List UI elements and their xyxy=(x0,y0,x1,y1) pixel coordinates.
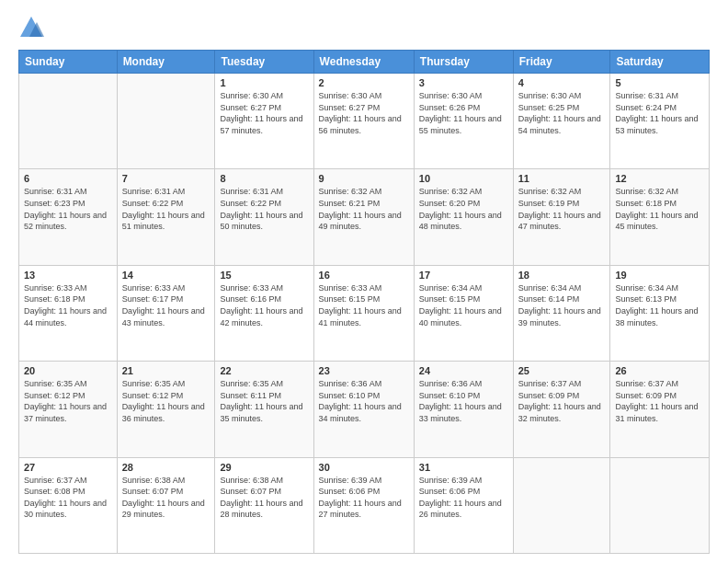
day-number: 27 xyxy=(24,462,112,473)
logo-icon xyxy=(18,15,44,40)
calendar-cell: 10Sunrise: 6:32 AMSunset: 6:20 PMDayligh… xyxy=(414,169,513,265)
day-number: 4 xyxy=(518,77,606,88)
calendar-cell: 22Sunrise: 6:35 AMSunset: 6:11 PMDayligh… xyxy=(215,362,313,457)
day-header-friday: Friday xyxy=(513,51,610,74)
calendar-cell: 5Sunrise: 6:31 AMSunset: 6:24 PMDaylight… xyxy=(610,74,710,169)
calendar-cell: 28Sunrise: 6:38 AMSunset: 6:07 PMDayligh… xyxy=(117,457,215,553)
day-info: Sunrise: 6:35 AMSunset: 6:11 PMDaylight:… xyxy=(220,378,308,424)
day-info: Sunrise: 6:36 AMSunset: 6:10 PMDaylight:… xyxy=(319,378,409,424)
day-number: 16 xyxy=(319,270,409,281)
calendar-cell: 25Sunrise: 6:37 AMSunset: 6:09 PMDayligh… xyxy=(513,362,610,457)
calendar-table: SundayMondayTuesdayWednesdayThursdayFrid… xyxy=(18,50,710,554)
day-number: 28 xyxy=(122,462,210,473)
day-info: Sunrise: 6:30 AMSunset: 6:25 PMDaylight:… xyxy=(518,90,606,136)
day-info: Sunrise: 6:37 AMSunset: 6:08 PMDaylight:… xyxy=(24,475,112,521)
calendar-cell: 6Sunrise: 6:31 AMSunset: 6:23 PMDaylight… xyxy=(19,169,118,265)
day-number: 24 xyxy=(419,365,508,376)
day-info: Sunrise: 6:34 AMSunset: 6:15 PMDaylight:… xyxy=(419,282,508,328)
day-number: 21 xyxy=(122,365,210,376)
day-info: Sunrise: 6:31 AMSunset: 6:22 PMDaylight:… xyxy=(220,186,308,232)
calendar-cell xyxy=(19,74,118,169)
day-info: Sunrise: 6:32 AMSunset: 6:21 PMDaylight:… xyxy=(319,186,409,232)
day-info: Sunrise: 6:35 AMSunset: 6:12 PMDaylight:… xyxy=(122,378,210,424)
calendar-cell: 26Sunrise: 6:37 AMSunset: 6:09 PMDayligh… xyxy=(610,362,710,457)
day-info: Sunrise: 6:33 AMSunset: 6:15 PMDaylight:… xyxy=(319,282,409,328)
calendar-week-4: 20Sunrise: 6:35 AMSunset: 6:12 PMDayligh… xyxy=(19,362,710,457)
day-number: 17 xyxy=(419,270,508,281)
calendar-cell: 27Sunrise: 6:37 AMSunset: 6:08 PMDayligh… xyxy=(19,457,118,553)
calendar-week-5: 27Sunrise: 6:37 AMSunset: 6:08 PMDayligh… xyxy=(19,457,710,553)
calendar-cell: 15Sunrise: 6:33 AMSunset: 6:16 PMDayligh… xyxy=(215,265,313,361)
calendar-cell: 19Sunrise: 6:34 AMSunset: 6:13 PMDayligh… xyxy=(610,265,710,361)
page: SundayMondayTuesdayWednesdayThursdayFrid… xyxy=(0,0,728,563)
calendar-cell: 1Sunrise: 6:30 AMSunset: 6:27 PMDaylight… xyxy=(215,74,313,169)
calendar-cell: 18Sunrise: 6:34 AMSunset: 6:14 PMDayligh… xyxy=(513,265,610,361)
day-info: Sunrise: 6:31 AMSunset: 6:23 PMDaylight:… xyxy=(24,186,112,232)
day-header-sunday: Sunday xyxy=(19,51,118,74)
day-number: 12 xyxy=(615,173,704,184)
calendar-cell: 11Sunrise: 6:32 AMSunset: 6:19 PMDayligh… xyxy=(513,169,610,265)
day-info: Sunrise: 6:30 AMSunset: 6:26 PMDaylight:… xyxy=(419,90,508,136)
header xyxy=(18,15,710,40)
day-number: 11 xyxy=(518,173,606,184)
day-number: 18 xyxy=(518,270,606,281)
day-info: Sunrise: 6:31 AMSunset: 6:24 PMDaylight:… xyxy=(615,90,704,136)
day-info: Sunrise: 6:39 AMSunset: 6:06 PMDaylight:… xyxy=(319,475,409,521)
day-header-thursday: Thursday xyxy=(414,51,513,74)
calendar-cell: 13Sunrise: 6:33 AMSunset: 6:18 PMDayligh… xyxy=(19,265,118,361)
day-number: 20 xyxy=(24,365,112,376)
day-info: Sunrise: 6:30 AMSunset: 6:27 PMDaylight:… xyxy=(319,90,409,136)
day-header-tuesday: Tuesday xyxy=(215,51,313,74)
day-info: Sunrise: 6:33 AMSunset: 6:18 PMDaylight:… xyxy=(24,282,112,328)
day-number: 30 xyxy=(319,462,409,473)
day-number: 25 xyxy=(518,365,606,376)
day-info: Sunrise: 6:36 AMSunset: 6:10 PMDaylight:… xyxy=(419,378,508,424)
calendar-cell: 7Sunrise: 6:31 AMSunset: 6:22 PMDaylight… xyxy=(117,169,215,265)
day-info: Sunrise: 6:31 AMSunset: 6:22 PMDaylight:… xyxy=(122,186,210,232)
calendar-cell xyxy=(513,457,610,553)
day-info: Sunrise: 6:38 AMSunset: 6:07 PMDaylight:… xyxy=(122,475,210,521)
calendar-cell: 23Sunrise: 6:36 AMSunset: 6:10 PMDayligh… xyxy=(313,362,414,457)
calendar-week-1: 1Sunrise: 6:30 AMSunset: 6:27 PMDaylight… xyxy=(19,74,710,169)
day-info: Sunrise: 6:32 AMSunset: 6:18 PMDaylight:… xyxy=(615,186,704,232)
day-number: 26 xyxy=(615,365,704,376)
day-header-monday: Monday xyxy=(117,51,215,74)
day-info: Sunrise: 6:38 AMSunset: 6:07 PMDaylight:… xyxy=(220,475,308,521)
day-number: 31 xyxy=(419,462,508,473)
calendar-cell: 2Sunrise: 6:30 AMSunset: 6:27 PMDaylight… xyxy=(313,74,414,169)
day-header-wednesday: Wednesday xyxy=(313,51,414,74)
day-info: Sunrise: 6:34 AMSunset: 6:13 PMDaylight:… xyxy=(615,282,704,328)
day-number: 3 xyxy=(419,77,508,88)
calendar-cell: 30Sunrise: 6:39 AMSunset: 6:06 PMDayligh… xyxy=(313,457,414,553)
day-number: 14 xyxy=(122,270,210,281)
calendar-cell: 31Sunrise: 6:39 AMSunset: 6:06 PMDayligh… xyxy=(414,457,513,553)
calendar-cell: 29Sunrise: 6:38 AMSunset: 6:07 PMDayligh… xyxy=(215,457,313,553)
calendar-cell xyxy=(610,457,710,553)
day-number: 22 xyxy=(220,365,308,376)
day-info: Sunrise: 6:37 AMSunset: 6:09 PMDaylight:… xyxy=(615,378,704,424)
day-number: 1 xyxy=(220,77,308,88)
calendar-cell: 17Sunrise: 6:34 AMSunset: 6:15 PMDayligh… xyxy=(414,265,513,361)
day-info: Sunrise: 6:39 AMSunset: 6:06 PMDaylight:… xyxy=(419,475,508,521)
day-number: 13 xyxy=(24,270,112,281)
day-info: Sunrise: 6:32 AMSunset: 6:20 PMDaylight:… xyxy=(419,186,508,232)
day-info: Sunrise: 6:34 AMSunset: 6:14 PMDaylight:… xyxy=(518,282,606,328)
day-info: Sunrise: 6:33 AMSunset: 6:17 PMDaylight:… xyxy=(122,282,210,328)
day-number: 29 xyxy=(220,462,308,473)
calendar-cell: 16Sunrise: 6:33 AMSunset: 6:15 PMDayligh… xyxy=(313,265,414,361)
day-number: 8 xyxy=(220,173,308,184)
day-info: Sunrise: 6:30 AMSunset: 6:27 PMDaylight:… xyxy=(220,90,308,136)
day-number: 19 xyxy=(615,270,704,281)
day-number: 15 xyxy=(220,270,308,281)
logo xyxy=(18,15,48,40)
calendar-cell xyxy=(117,74,215,169)
calendar-header-row: SundayMondayTuesdayWednesdayThursdayFrid… xyxy=(19,51,710,74)
day-number: 9 xyxy=(319,173,409,184)
calendar-cell: 9Sunrise: 6:32 AMSunset: 6:21 PMDaylight… xyxy=(313,169,414,265)
calendar-cell: 3Sunrise: 6:30 AMSunset: 6:26 PMDaylight… xyxy=(414,74,513,169)
calendar-cell: 24Sunrise: 6:36 AMSunset: 6:10 PMDayligh… xyxy=(414,362,513,457)
day-info: Sunrise: 6:35 AMSunset: 6:12 PMDaylight:… xyxy=(24,378,112,424)
day-number: 7 xyxy=(122,173,210,184)
calendar-week-3: 13Sunrise: 6:33 AMSunset: 6:18 PMDayligh… xyxy=(19,265,710,361)
day-number: 2 xyxy=(319,77,409,88)
